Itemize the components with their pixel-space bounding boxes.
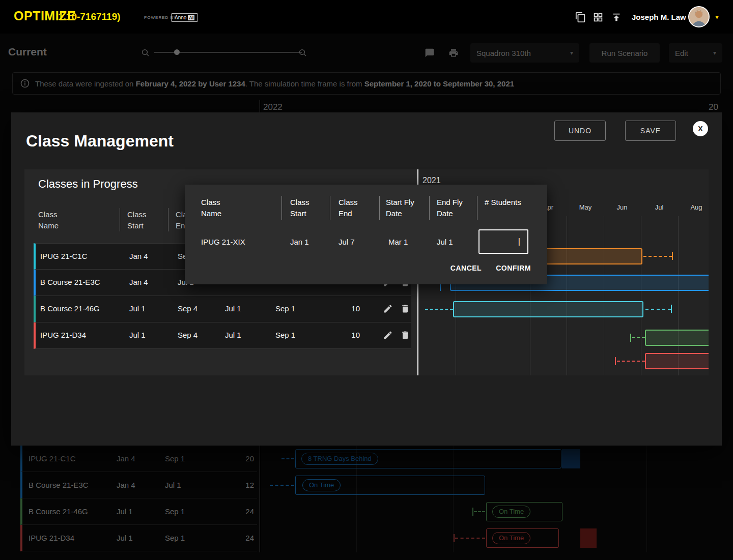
cell-end-fly[interactable]: Jul 1 [437, 238, 453, 246]
upload-icon[interactable] [611, 12, 622, 23]
header-divider [120, 208, 120, 231]
class-management-dialog: Class Management UNDO SAVE X Classes in … [11, 112, 722, 446]
column-header-class-name: ClassName [201, 197, 221, 219]
column-header-start-fly: Start FlyDate [386, 197, 414, 219]
table-row: IPUG 21-D34 Jul 1 Sep 4 Jul 1 Sep 1 10 [34, 322, 411, 349]
column-header-class-start: ClassStart [127, 209, 147, 231]
cell-start-fly[interactable]: Mar 1 [388, 238, 408, 246]
edit-icon[interactable] [383, 304, 393, 314]
header-divider [429, 196, 430, 220]
gantt-dash [645, 309, 671, 310]
gantt-tick [671, 305, 672, 313]
column-header-class-start: ClassStart [290, 197, 309, 219]
cell-class-name: IPUG 21-XIX [201, 238, 245, 246]
month-label: May [575, 203, 596, 211]
column-header-class-name: ClassName [38, 209, 59, 231]
gridline [641, 216, 641, 375]
brand-badge: Anno AI [171, 13, 198, 22]
gridline [678, 216, 679, 375]
gantt-bar-red[interactable] [645, 353, 709, 369]
cell-class-name: IPUG 21-D34 [40, 331, 86, 339]
gantt-dash [632, 337, 645, 338]
header-divider [330, 196, 330, 220]
delete-icon[interactable] [400, 330, 410, 340]
edit-class-popup: ClassName ClassStart ClassEnd Start FlyD… [185, 185, 547, 284]
text-cursor: | [518, 237, 520, 246]
delete-icon[interactable] [400, 304, 410, 314]
cell-end-fly: Sep 1 [275, 331, 295, 339]
cell-class-name: IPUG 21-C1C [40, 252, 88, 260]
cell-start-fly: Jul 1 [225, 304, 241, 313]
save-button[interactable]: SAVE [625, 121, 676, 141]
column-header-students: # Students [485, 197, 521, 208]
user-menu-chevron-icon[interactable]: ▾ [715, 13, 719, 21]
close-button[interactable]: X [693, 121, 708, 136]
cell-class-start[interactable]: Jan 1 [290, 238, 309, 246]
grid-icon[interactable] [593, 12, 604, 23]
month-label: Jul [649, 203, 669, 211]
cell-class-end: Sep 4 [178, 331, 198, 339]
cell-class-start: Jul 1 [129, 331, 146, 339]
gantt-tick [615, 357, 616, 365]
gantt-dash [617, 361, 645, 362]
gantt-dash [643, 256, 672, 257]
user-name[interactable]: Joseph M. Law [632, 13, 686, 21]
app-root: Current Squadron 310th ▾ Run Scenario Ed… [0, 0, 733, 560]
dialog-title: Class Management [26, 132, 174, 151]
cell-class-start: Jan 4 [129, 278, 148, 286]
cell-class-start: Jul 1 [129, 304, 146, 313]
popup-actions: CANCEL CONFIRM [450, 264, 531, 272]
gantt-year-label: 2021 [422, 176, 441, 185]
windows-icon[interactable] [575, 12, 586, 23]
cell-end-fly: Sep 1 [275, 304, 295, 313]
gridline [567, 216, 567, 375]
header-divider [477, 196, 477, 220]
confirm-button[interactable]: CONFIRM [496, 264, 531, 272]
brand-name: Anno [175, 15, 186, 20]
avatar[interactable] [688, 6, 710, 27]
cell-class-end: Sep 4 [178, 304, 198, 313]
edit-icon[interactable] [383, 330, 393, 340]
header-divider [281, 196, 282, 220]
cancel-button[interactable]: CANCEL [450, 264, 482, 272]
students-input[interactable]: | [478, 229, 528, 254]
header-divider [379, 196, 380, 220]
app-version: 1.10-7167119) [58, 11, 121, 22]
gantt-tick [630, 334, 631, 342]
brand-suffix: AI [188, 15, 194, 20]
column-header-end-fly: End FlyDate [437, 197, 463, 219]
header-divider [168, 208, 168, 231]
cell-class-name: B Course 21-E3C [40, 278, 100, 286]
panel-title: Classes in Progress [38, 178, 138, 191]
gantt-bar-cyan[interactable] [453, 301, 643, 317]
column-header-class-end: ClassEnd [339, 197, 358, 219]
cell-class-end[interactable]: Jul 7 [339, 238, 355, 246]
gridline [604, 216, 604, 375]
app-header: OPTIMIZE 1.10-7167119) POWERED BY Anno A… [0, 0, 733, 34]
cell-class-name: B Course 21-46G [40, 304, 100, 313]
cell-start-fly: Jul 1 [225, 331, 241, 339]
cell-students: 10 [314, 304, 360, 313]
gantt-tick [672, 252, 673, 260]
cell-students: 10 [314, 331, 360, 339]
month-label: Jun [612, 203, 632, 211]
table-row: B Course 21-46G Jul 1 Sep 4 Jul 1 Sep 1 … [34, 296, 411, 322]
undo-button[interactable]: UNDO [554, 121, 606, 141]
month-label: Aug [686, 203, 707, 211]
gantt-dash [425, 309, 453, 310]
gantt-bar-green[interactable] [645, 330, 709, 346]
cell-class-start: Jan 4 [129, 252, 148, 260]
